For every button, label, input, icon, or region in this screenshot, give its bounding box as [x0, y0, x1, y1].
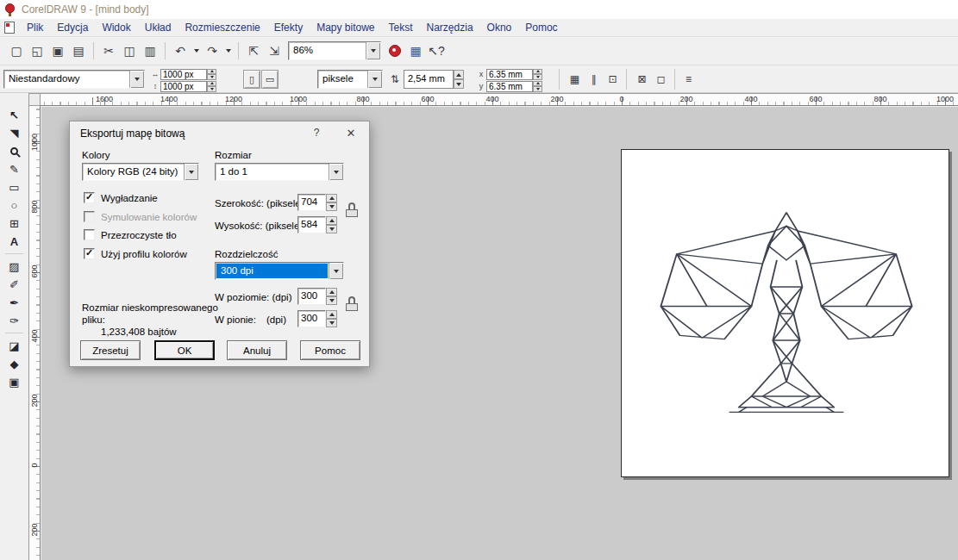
copy-button[interactable]: ◫: [119, 40, 140, 61]
menu-uklad[interactable]: Układ: [138, 19, 178, 36]
color-mode-arrow-button[interactable]: [184, 164, 198, 180]
import-button[interactable]: ⇱: [243, 40, 264, 61]
height-spin-buttons[interactable]: [326, 216, 337, 233]
whats-this-help-button[interactable]: ↖?: [426, 40, 447, 61]
duplicate-y-field[interactable]: 6.35 mm: [486, 81, 533, 92]
paper-width-field[interactable]: 1000 px: [160, 69, 207, 80]
color-mode-combo[interactable]: Kolory RGB (24 bity): [82, 163, 199, 181]
paper-preset-combo[interactable]: Niestandardowy: [3, 70, 145, 89]
ok-button[interactable]: OK: [154, 340, 215, 360]
antialiasing-checkbox[interactable]: ✓ Wygładzanie: [84, 192, 158, 203]
color-profile-checkbox[interactable]: ✓ Użyj profilu kolorów: [84, 248, 187, 259]
paper-height-stepper[interactable]: [207, 81, 216, 92]
undo-dropdown-button[interactable]: [191, 40, 202, 61]
bounding-box-button[interactable]: ◻: [652, 70, 670, 89]
menu-pomoc[interactable]: Pomoc: [518, 19, 564, 36]
horizontal-dpi-stepper[interactable]: 300: [297, 288, 337, 305]
size-preset-combo[interactable]: 1 do 1: [215, 163, 344, 181]
menu-okno[interactable]: Okno: [480, 19, 519, 36]
height-stepper[interactable]: 584: [297, 216, 337, 233]
print-button[interactable]: ▤: [68, 40, 89, 61]
window-titlebar[interactable]: CorelDRAW 9 - [mind body]: [0, 0, 958, 19]
zoom-tool[interactable]: [3, 142, 26, 160]
application-launcher-button[interactable]: [385, 40, 405, 61]
save-button[interactable]: ▣: [47, 40, 68, 61]
artistic-media-tool[interactable]: ✑: [3, 312, 26, 330]
height-value[interactable]: 584: [297, 216, 326, 233]
units-combo[interactable]: piksele: [317, 70, 383, 89]
pick-tool[interactable]: ↖: [3, 106, 26, 124]
outline-color-tool[interactable]: ◆: [3, 355, 26, 373]
units-combo-arrow-button[interactable]: [367, 71, 382, 88]
landscape-button[interactable]: ▭: [261, 70, 279, 89]
new-button[interactable]: ▢: [6, 40, 27, 61]
duplicate-x-stepper[interactable]: [533, 69, 542, 80]
duplicate-y-stepper[interactable]: [533, 81, 542, 92]
eraser-tool[interactable]: ◪: [3, 337, 26, 355]
menu-edycja[interactable]: Edycja: [50, 19, 95, 36]
duplicate-x-field[interactable]: 6.35 mm: [486, 69, 533, 80]
preset-combo-arrow-button[interactable]: [129, 71, 144, 88]
menu-rozmieszczenie[interactable]: Rozmieszczenie: [178, 19, 266, 36]
help-button[interactable]: Pomoc: [300, 340, 360, 360]
export-button[interactable]: ⇲: [264, 40, 285, 61]
shape-tool[interactable]: ◥: [3, 124, 26, 142]
paste-button[interactable]: ▥: [140, 40, 160, 61]
menu-mapy-bitowe[interactable]: Mapy bitowe: [310, 19, 381, 36]
portrait-button[interactable]: ▯: [243, 70, 260, 89]
dialog-close-button[interactable]: ✕: [336, 122, 366, 143]
horizontal-ruler[interactable]: 1600 1400 1200 1000 800 600 400 200 0 20…: [41, 93, 958, 106]
snap-to-objects-button[interactable]: ⊡: [604, 70, 622, 89]
zoom-combo-arrow-button[interactable]: [366, 42, 380, 59]
checkbox-box[interactable]: ✓: [84, 229, 95, 240]
size-preset-arrow-button[interactable]: [329, 164, 343, 180]
vertical-dpi-stepper[interactable]: 300: [297, 310, 337, 327]
eyedropper-tool[interactable]: ✐: [3, 276, 26, 294]
dialog-titlebar[interactable]: Eksportuj mapę bitową ? ✕: [70, 121, 369, 145]
redo-dropdown-button[interactable]: [222, 40, 234, 61]
ruler-origin-button[interactable]: [28, 93, 41, 106]
rectangle-tool[interactable]: ▭: [3, 178, 26, 196]
horizontal-dpi-spin-buttons[interactable]: [326, 288, 337, 305]
resolution-arrow-button[interactable]: [329, 263, 343, 279]
nudge-offset-field[interactable]: 2,54 mm: [404, 70, 464, 89]
dialog-help-button[interactable]: ?: [302, 122, 331, 143]
resolution-combo[interactable]: 300 dpi: [215, 262, 344, 280]
open-button[interactable]: ◱: [27, 40, 47, 61]
undo-button[interactable]: ↶: [170, 40, 191, 61]
checkbox-box[interactable]: ✓: [84, 192, 95, 203]
vertical-dpi-spin-buttons[interactable]: [326, 310, 337, 327]
cut-button[interactable]: ✂: [98, 40, 119, 61]
size-lock-icon[interactable]: [346, 202, 358, 217]
drawing-page[interactable]: [621, 149, 949, 477]
width-value[interactable]: 704: [297, 194, 326, 211]
menu-widok[interactable]: Widok: [95, 19, 137, 36]
transparent-background-checkbox[interactable]: ✓ Przezroczyste tło: [84, 229, 177, 240]
freehand-tool[interactable]: ✎: [3, 160, 26, 178]
document-menu-icon[interactable]: [4, 22, 15, 34]
reset-button[interactable]: Zresetuj: [80, 340, 141, 360]
fill-color-tool[interactable]: ▣: [3, 373, 26, 391]
vertical-dpi-value[interactable]: 300: [297, 310, 326, 327]
paper-height-field[interactable]: 1000 px: [160, 81, 207, 92]
menu-tekst[interactable]: Tekst: [382, 19, 420, 36]
treat-as-filled-button[interactable]: ⊠: [633, 70, 651, 89]
cancel-button[interactable]: Anuluj: [227, 340, 287, 360]
menu-narzedzia[interactable]: Narzędzia: [420, 19, 480, 36]
snap-to-grid-button[interactable]: ▦: [566, 70, 584, 89]
width-spin-buttons[interactable]: [326, 194, 337, 211]
checkbox-box[interactable]: ✓: [84, 248, 95, 259]
vertical-ruler[interactable]: 1000 800 600 400 200 0 200: [28, 106, 41, 560]
paper-width-stepper[interactable]: [207, 69, 216, 80]
menu-plik[interactable]: Plik: [20, 19, 50, 36]
menu-efekty[interactable]: Efekty: [267, 19, 310, 36]
graph-paper-tool[interactable]: ⊞: [3, 215, 26, 233]
outline-pen-tool[interactable]: ✒: [3, 294, 26, 312]
zoom-level-combo[interactable]: 86%: [288, 41, 381, 60]
ellipse-tool[interactable]: ○: [3, 196, 26, 215]
snap-to-guidelines-button[interactable]: ∥: [585, 70, 603, 89]
interactive-fill-tool[interactable]: ▨: [3, 258, 26, 276]
text-tool[interactable]: A: [3, 233, 26, 251]
nudge-offset-stepper[interactable]: [454, 70, 464, 89]
propbar-options-button[interactable]: ≡: [679, 70, 698, 89]
